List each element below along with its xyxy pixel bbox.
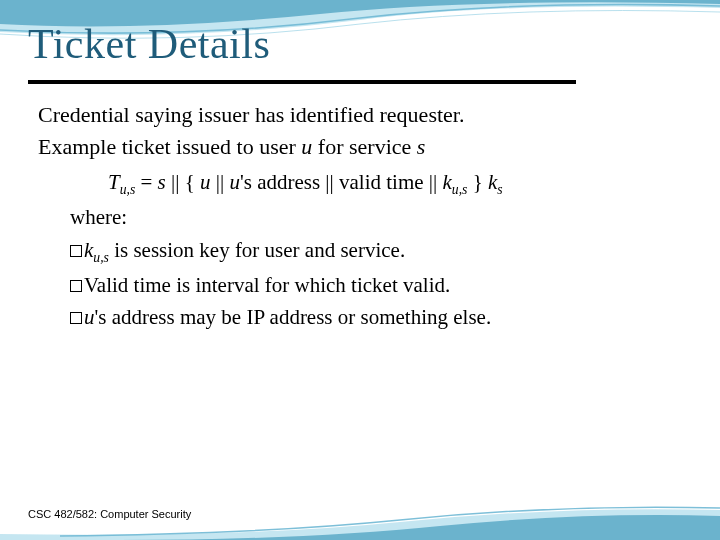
b1-sub: u,s [93, 250, 109, 265]
formula-u2: u [229, 170, 240, 194]
slide-body: Credential saying issuer has identified … [38, 100, 678, 335]
b2-text: Valid time is interval for which ticket … [84, 273, 450, 297]
bullet-box-icon [70, 245, 82, 257]
lead2-mid: for service [312, 134, 416, 159]
lead2-s: s [417, 134, 426, 159]
lead-line-1: Credential saying issuer has identified … [38, 100, 678, 130]
where-line: where: [70, 202, 678, 232]
bullet-3: u's address may be IP address or somethi… [70, 302, 678, 332]
bullet-2: Valid time is interval for which ticket … [70, 270, 678, 300]
formula-u1: u [200, 170, 211, 194]
b1-rest: is session key for user and service. [109, 238, 405, 262]
formula-k: k [443, 170, 452, 194]
formula-ks: k [488, 170, 497, 194]
formula-addr: 's address || valid time || [240, 170, 443, 194]
bullet-1: ku,s is session key for user and service… [70, 235, 678, 268]
formula-close: } [467, 170, 488, 194]
b3-u: u [84, 305, 95, 329]
title-underline [28, 80, 576, 84]
lead2-u: u [301, 134, 312, 159]
b1-k: k [84, 238, 93, 262]
formula-sub-kus: u,s [452, 183, 468, 198]
lead-line-2: Example ticket issued to user u for serv… [38, 132, 678, 162]
lead2-pre: Example ticket issued to user [38, 134, 301, 159]
bullet-box-icon [70, 280, 82, 292]
formula-s: s [158, 170, 166, 194]
formula-T: T [108, 170, 120, 194]
formula-eq: = [135, 170, 157, 194]
formula-bar1: || { [166, 170, 200, 194]
formula-bar2: || [211, 170, 230, 194]
bullet-box-icon [70, 312, 82, 324]
formula-block: Tu,s = s || { u || u's address || valid … [70, 167, 678, 332]
formula-sub-us: u,s [120, 183, 136, 198]
footer-text: CSC 482/582: Computer Security [28, 508, 191, 520]
b3-rest: 's address may be IP address or somethin… [95, 305, 492, 329]
formula-line: Tu,s = s || { u || u's address || valid … [108, 167, 678, 200]
slide-title: Ticket Details [28, 20, 270, 68]
formula-sub-ks: s [497, 183, 502, 198]
